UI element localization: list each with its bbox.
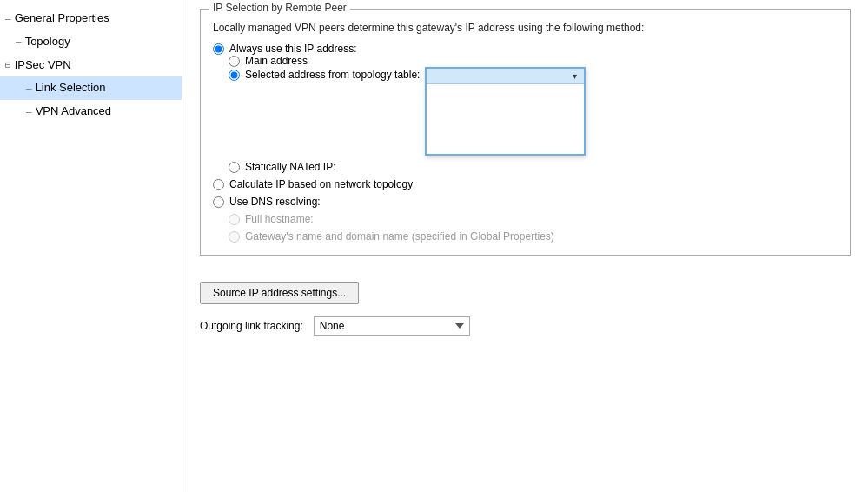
main-address-radio[interactable] (229, 56, 240, 67)
calculate-ip-radio[interactable] (213, 179, 224, 190)
full-hostname-label: Full hostname: (245, 213, 314, 225)
gateway-name-radio[interactable] (229, 231, 240, 243)
full-hostname-radio-row[interactable]: Full hostname: (229, 213, 838, 225)
always-use-label[interactable]: Always use this IP address: (229, 43, 357, 55)
calculate-ip-radio-row[interactable]: Calculate IP based on network topology (213, 178, 838, 190)
chevron-down-icon: ▾ (573, 71, 577, 81)
gateway-name-radio-row[interactable]: Gateway's name and domain name (specifie… (229, 230, 838, 243)
main-address-radio-row[interactable]: Main address (229, 55, 838, 67)
ip-selection-group: IP Selection by Remote Peer Locally mana… (200, 9, 851, 256)
statically-nated-label[interactable]: Statically NATed IP: (245, 161, 335, 173)
selected-address-radio[interactable] (229, 70, 240, 81)
use-dns-radio[interactable] (213, 196, 224, 208)
sidebar: — General Properties — Topology ⊟ IPSec … (0, 0, 182, 492)
use-dns-label[interactable]: Use DNS resolving: (229, 196, 321, 208)
always-use-radio-row[interactable]: Always use this IP address: (213, 43, 838, 55)
statically-nated-radio[interactable] (229, 162, 240, 173)
description-text: Locally managed VPN peers determine this… (213, 22, 838, 34)
sidebar-item-general-properties[interactable]: — General Properties (0, 7, 182, 30)
main-panel: IP Selection by Remote Peer Locally mana… (182, 0, 868, 492)
outgoing-label: Outgoing link tracking: (200, 320, 303, 332)
outgoing-row: Outgoing link tracking: None Log Alert (200, 316, 851, 336)
selected-address-radio-row[interactable]: Selected address from topology table: ▾ (229, 67, 838, 81)
statically-nated-radio-row[interactable]: Statically NATed IP: (229, 161, 838, 173)
sidebar-item-ipsec-vpn[interactable]: ⊟ IPSec VPN (0, 54, 182, 77)
gateway-name-label: Gateway's name and domain name (specifie… (245, 230, 554, 243)
group-title: IP Selection by Remote Peer (209, 2, 350, 14)
dropdown-body (427, 84, 584, 154)
calculate-ip-label[interactable]: Calculate IP based on network topology (229, 178, 413, 190)
use-dns-radio-row[interactable]: Use DNS resolving: (213, 196, 838, 208)
topology-dropdown-open[interactable]: ▾ (425, 67, 586, 156)
sidebar-item-vpn-advanced[interactable]: — VPN Advanced (0, 100, 182, 123)
outgoing-dropdown[interactable]: None Log Alert (314, 316, 470, 336)
dropdown-header[interactable]: ▾ (427, 69, 584, 84)
full-hostname-radio[interactable] (229, 214, 240, 225)
source-ip-button[interactable]: Source IP address settings... (200, 282, 359, 304)
main-address-label[interactable]: Main address (245, 55, 308, 67)
sidebar-item-topology[interactable]: — Topology (0, 30, 182, 54)
sidebar-item-link-selection[interactable]: — Link Selection (0, 76, 182, 100)
always-use-radio[interactable] (213, 43, 224, 55)
selected-address-label[interactable]: Selected address from topology table: (245, 69, 420, 81)
